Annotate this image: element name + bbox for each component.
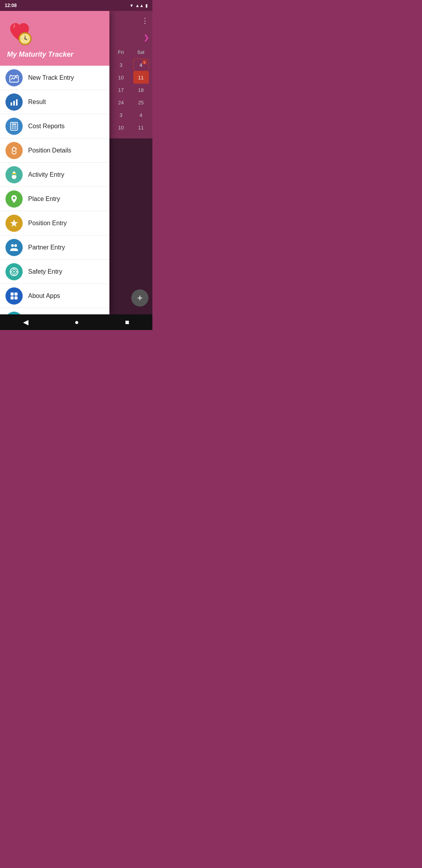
svg-point-4: [25, 38, 26, 39]
cal-header-sat: Sat: [133, 46, 149, 59]
menu-item-partner-entry[interactable]: Partner Entry: [0, 235, 109, 260]
home-button[interactable]: ●: [67, 317, 87, 328]
menu-item-position-details[interactable]: Position Details: [0, 138, 109, 163]
cal-cell-18[interactable]: 18: [133, 84, 149, 96]
svg-rect-12: [11, 102, 12, 106]
top-bar: ⋮: [109, 11, 152, 30]
calendar-grid: Fri Sat 3 4 10 11 17 18 24 25 3 4 10 11: [109, 45, 152, 135]
svg-rect-43: [14, 296, 18, 299]
menu-item-safety-entry[interactable]: Safety Entry: [0, 260, 109, 284]
partner-entry-icon: [5, 239, 23, 256]
svg-point-32: [14, 244, 17, 247]
svg-rect-18: [14, 126, 15, 127]
status-time: 12:08: [5, 3, 17, 8]
calendar-row-5: 3 4: [111, 109, 151, 121]
cal-cell-4[interactable]: 4: [133, 59, 149, 71]
cost-reports-icon: [5, 118, 23, 135]
safety-entry-icon: [5, 263, 23, 280]
cal-cell-25[interactable]: 25: [133, 96, 149, 109]
cal-cell-10b[interactable]: 10: [113, 121, 129, 134]
svg-rect-16: [12, 124, 16, 125]
menu-item-about-apps[interactable]: About Apps: [0, 284, 109, 308]
svg-rect-40: [11, 292, 14, 296]
safety-entry-label: Safety Entry: [28, 268, 62, 275]
activity-entry-icon: [5, 166, 23, 183]
app-logo: [7, 21, 32, 46]
drawer-header: My Maturity Tracker: [0, 11, 109, 66]
recent-apps-button[interactable]: ■: [117, 317, 137, 328]
calendar-row-2: 10 11: [111, 71, 151, 84]
svg-point-31: [11, 244, 14, 247]
chevron-right-icon[interactable]: ❯: [143, 33, 149, 42]
menu-item-new-track-entry[interactable]: New Track Entry: [0, 66, 109, 90]
overflow-menu-icon[interactable]: ⋮: [141, 16, 148, 25]
calendar-row-3: 17 18: [111, 84, 151, 96]
menu-item-position-entry[interactable]: Position Entry: [0, 211, 109, 235]
result-label: Result: [28, 99, 46, 106]
result-icon: [5, 93, 23, 111]
cal-header-fri: Fri: [113, 46, 129, 59]
cal-cell-3[interactable]: 3: [113, 59, 129, 71]
status-bar: 12:08 ▼ ▲▲ ▮: [0, 0, 152, 11]
cal-cell-4b[interactable]: 4: [133, 109, 149, 121]
svg-rect-22: [15, 127, 16, 129]
svg-marker-30: [10, 219, 18, 227]
dark-strip: [109, 138, 152, 314]
menu-item-result[interactable]: Result: [0, 90, 109, 114]
svg-point-35: [13, 271, 15, 273]
battery-icon: ▮: [145, 3, 148, 8]
cal-cell-11b[interactable]: 11: [133, 121, 149, 134]
position-entry-label: Position Entry: [28, 220, 67, 227]
calendar-day-headers: Fri Sat: [111, 46, 151, 59]
place-entry-label: Place Entry: [28, 195, 60, 203]
cal-cell-24[interactable]: 24: [113, 96, 129, 109]
cal-cell-10[interactable]: 10: [113, 71, 129, 84]
calendar-header: ❯: [109, 30, 152, 45]
app-title: My Maturity Tracker: [7, 50, 102, 59]
activity-entry-label: Activity Entry: [28, 171, 64, 178]
signal-icon: ▲▲: [135, 3, 144, 8]
cost-reports-label: Cost Reports: [28, 123, 64, 130]
cal-cell-11-today[interactable]: 11: [133, 71, 149, 84]
svg-rect-41: [14, 292, 18, 296]
svg-point-26: [15, 147, 17, 150]
bottom-nav-bar: ◀ ● ■: [0, 314, 152, 330]
new-track-entry-label: New Track Entry: [28, 74, 74, 81]
about-apps-icon: [5, 287, 23, 305]
svg-rect-19: [15, 126, 16, 127]
wifi-icon: ▼: [129, 3, 134, 8]
about-apps-label: About Apps: [28, 292, 60, 299]
logo-svg: [7, 21, 32, 46]
svg-rect-14: [16, 99, 18, 106]
calendar-row-1: 3 4: [111, 59, 151, 71]
back-button[interactable]: ◀: [15, 316, 36, 328]
position-details-icon: [5, 142, 23, 159]
right-panel: ⋮ ❯ Fri Sat 3 4 10 11 17 18 24 25 3 4 10: [109, 11, 152, 314]
partner-entry-label: Partner Entry: [28, 244, 65, 251]
menu-item-cost-reports[interactable]: Cost Reports: [0, 114, 109, 138]
fab-add-button[interactable]: +: [131, 289, 148, 307]
svg-point-29: [13, 197, 15, 199]
status-icons: ▼ ▲▲ ▮: [129, 3, 148, 8]
menu-item-activity-entry[interactable]: Activity Entry: [0, 163, 109, 187]
new-track-entry-icon: [5, 69, 23, 86]
menu-item-place-entry[interactable]: Place Entry: [0, 187, 109, 211]
about-me-icon: i: [5, 312, 23, 315]
cal-cell-3b[interactable]: 3: [113, 109, 129, 121]
cal-cell-17[interactable]: 17: [113, 84, 129, 96]
svg-rect-28: [12, 174, 16, 174]
svg-rect-17: [12, 126, 13, 127]
svg-rect-21: [14, 127, 15, 129]
navigation-drawer: My Maturity Tracker New Track Entry Resu…: [0, 11, 109, 314]
svg-rect-42: [11, 296, 14, 299]
svg-rect-20: [12, 127, 13, 129]
menu-item-about-me[interactable]: i About Me: [0, 308, 109, 314]
position-details-label: Position Details: [28, 147, 71, 154]
calendar-row-4: 24 25: [111, 96, 151, 109]
position-entry-icon: [5, 215, 23, 232]
calendar-row-6: 10 11: [111, 121, 151, 134]
svg-rect-13: [13, 101, 15, 106]
place-entry-icon: [5, 190, 23, 208]
